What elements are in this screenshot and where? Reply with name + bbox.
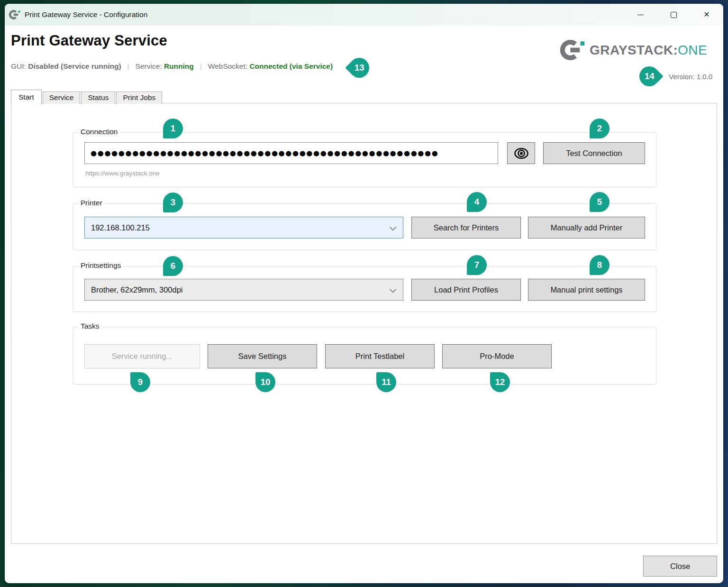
brand-logo-text: GRAYSTACK:ONE [590, 43, 707, 58]
pro-mode-button[interactable]: Pro-Mode [442, 344, 552, 368]
gui-status: GUI: Disabled (Service running) [11, 62, 121, 71]
printsettings-group: Printsettings Brother, 62x29mm, 300dpi L… [73, 266, 656, 312]
search-printers-button[interactable]: Search for Printers [411, 217, 521, 238]
brand-logo-icon [560, 39, 585, 61]
status-separator: | [200, 62, 202, 71]
tab-bar: Start Service Status Print Jobs [11, 90, 163, 104]
callout-11: 11 [376, 372, 396, 392]
save-settings-button[interactable]: Save Settings [208, 344, 317, 368]
callout-2: 2 [590, 119, 610, 138]
app-window: Print Gateway Service - Configuration ✕ … [5, 4, 723, 583]
manual-print-settings-button[interactable]: Manual print settings [528, 279, 645, 301]
titlebar: Print Gateway Service - Configuration ✕ [5, 4, 723, 26]
connection-group-label: Connection [78, 128, 120, 136]
tab-status[interactable]: Status [81, 92, 115, 104]
printsettings-select-value: Brother, 62x29mm, 300dpi [91, 285, 183, 294]
callout-6: 6 [163, 256, 183, 276]
tab-start[interactable]: Start [11, 90, 42, 104]
status-row: GUI: Disabled (Service running) | Servic… [11, 62, 333, 71]
minimize-button[interactable] [624, 4, 657, 26]
callout-10: 10 [255, 372, 275, 392]
eye-icon [513, 147, 529, 159]
load-print-profiles-button[interactable]: Load Print Profiles [411, 279, 521, 301]
websocket-status-value: Connected (via Service) [249, 62, 333, 70]
websocket-status: WebSocket: Connected (via Service) [208, 62, 333, 71]
callout-3: 3 [163, 193, 183, 212]
app-logo-icon [9, 9, 20, 20]
printer-select-value: 192.168.100.215 [91, 223, 150, 232]
tab-print-jobs[interactable]: Print Jobs [116, 92, 162, 104]
tab-service[interactable]: Service [43, 92, 81, 104]
test-connection-button[interactable]: Test Connection [543, 142, 645, 164]
chevron-down-icon [390, 286, 396, 293]
start-tab-panel: Connection Test Connection https://www.g… [11, 103, 717, 544]
version-label: Version: 1.0.0 [669, 73, 712, 81]
service-status: Service: Running [136, 62, 194, 71]
maximize-button[interactable] [657, 4, 690, 26]
tasks-group: Tasks Service running... Save Settings P… [73, 327, 656, 385]
printer-group-label: Printer [78, 199, 105, 207]
maximize-icon [671, 12, 677, 18]
window-title: Print Gateway Service - Configuration [25, 10, 147, 19]
printsettings-group-label: Printsettings [78, 261, 123, 270]
brand-logo-one: ONE [678, 43, 707, 57]
callout-7: 7 [467, 255, 487, 275]
service-status-value: Running [164, 62, 194, 70]
callout-1: 1 [163, 119, 183, 138]
connection-key-input[interactable] [84, 142, 498, 164]
callout-13: 13 [345, 54, 373, 82]
tasks-group-label: Tasks [78, 322, 102, 330]
connection-group: Connection Test Connection https://www.g… [73, 132, 656, 187]
callout-5: 5 [590, 192, 610, 212]
printer-group: Printer 192.168.100.215 Search for Print… [73, 203, 656, 250]
callout-8: 8 [590, 255, 610, 275]
page-title: Print Gateway Service [11, 32, 167, 49]
minimize-icon [637, 15, 644, 15]
service-running-button[interactable]: Service running... [84, 344, 200, 368]
window-controls: ✕ [624, 4, 723, 26]
callout-9: 9 [130, 372, 150, 392]
status-separator: | [127, 62, 129, 71]
callout-12: 12 [490, 372, 510, 392]
close-button[interactable]: Close [643, 556, 717, 577]
chevron-down-icon [390, 224, 396, 230]
callout-4: 4 [467, 192, 487, 212]
printsettings-select[interactable]: Brother, 62x29mm, 300dpi [84, 279, 403, 301]
close-window-button[interactable]: ✕ [690, 4, 723, 26]
gui-status-value: Disabled (Service running) [28, 62, 121, 70]
print-testlabel-button[interactable]: Print Testlabel [325, 344, 435, 368]
reveal-password-button[interactable] [507, 142, 535, 164]
callout-14: 14 [635, 62, 663, 90]
connection-url-hint: https://www.graystack.one [85, 170, 160, 177]
printer-select[interactable]: 192.168.100.215 [84, 217, 403, 238]
manually-add-printer-button[interactable]: Manually add Printer [528, 217, 645, 238]
close-icon: ✕ [703, 11, 710, 18]
brand-logo: GRAYSTACK:ONE [560, 39, 707, 61]
